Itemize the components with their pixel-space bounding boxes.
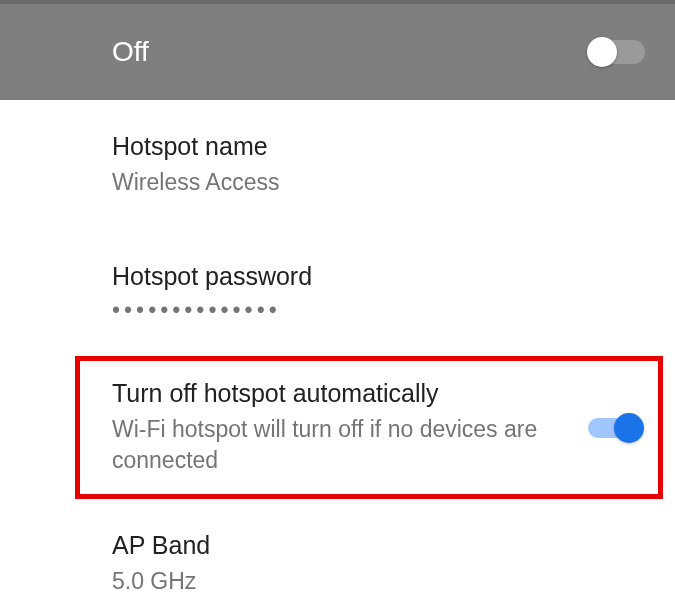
toggle-knob	[587, 37, 617, 67]
auto-off-subtitle: Wi-Fi hotspot will turn off if no device…	[112, 414, 568, 476]
auto-off-text: Turn off hotspot automatically Wi-Fi hot…	[112, 379, 588, 476]
settings-list: Hotspot name Wireless Access Hotspot pas…	[0, 100, 675, 356]
hotspot-password-title: Hotspot password	[112, 262, 645, 291]
toggle-knob	[614, 413, 644, 443]
auto-off-toggle[interactable]	[588, 418, 640, 438]
hotspot-name-setting[interactable]: Hotspot name Wireless Access	[112, 100, 645, 230]
hotspot-master-toggle[interactable]	[589, 40, 645, 64]
settings-list-continued: AP Band 5.0 GHz	[0, 499, 675, 615]
auto-off-setting[interactable]: Turn off hotspot automatically Wi-Fi hot…	[112, 379, 640, 476]
hotspot-status-label: Off	[112, 36, 149, 68]
ap-band-setting[interactable]: AP Band 5.0 GHz	[112, 499, 645, 615]
hotspot-master-toggle-header[interactable]: Off	[0, 4, 675, 100]
auto-off-title: Turn off hotspot automatically	[112, 379, 568, 408]
hotspot-password-value: ••••••••••••••	[112, 297, 645, 324]
ap-band-title: AP Band	[112, 531, 645, 560]
highlighted-setting-box: Turn off hotspot automatically Wi-Fi hot…	[75, 356, 663, 499]
hotspot-name-title: Hotspot name	[112, 132, 645, 161]
ap-band-value: 5.0 GHz	[112, 566, 645, 597]
hotspot-name-value: Wireless Access	[112, 167, 645, 198]
hotspot-password-setting[interactable]: Hotspot password ••••••••••••••	[112, 230, 645, 356]
